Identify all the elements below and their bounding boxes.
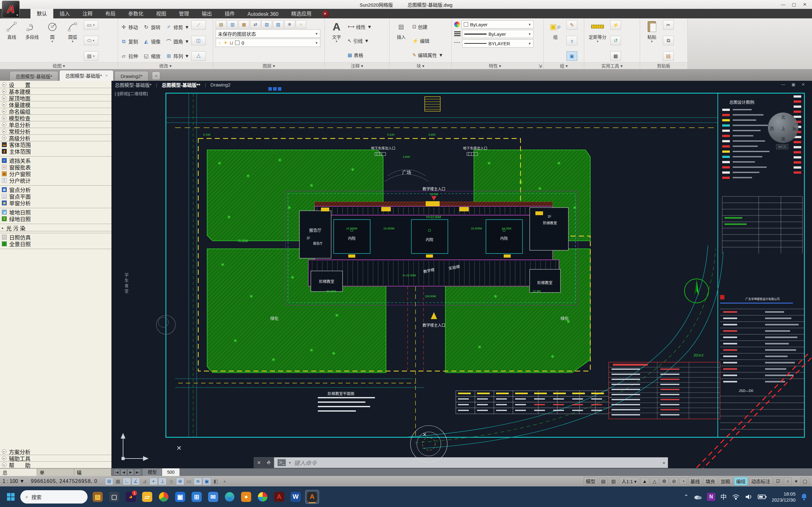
taskbar-app-edge[interactable] bbox=[223, 490, 237, 504]
expand-arrow-icon[interactable]: ▸ bbox=[2, 102, 6, 107]
fillet-button[interactable]: ⌒圆角 ▼ bbox=[165, 35, 189, 48]
panel-label-group[interactable]: 组 ▾ bbox=[544, 62, 584, 69]
wcs-menu[interactable]: WCS bbox=[776, 144, 788, 149]
ribbon-tab-视图[interactable]: 视图 bbox=[150, 8, 172, 18]
layer-properties-icon[interactable]: ▤ bbox=[216, 20, 226, 29]
wrench-icon[interactable]: ⚒ bbox=[265, 459, 272, 466]
toggle-quick-props[interactable]: + bbox=[220, 477, 229, 485]
palette-item-单窗分析[interactable]: ▣单窗分析 bbox=[0, 200, 111, 206]
panel-label-annotate[interactable]: 注释 ▾ bbox=[325, 62, 389, 69]
status-icon-1[interactable]: ▤ bbox=[599, 477, 608, 485]
status-动态标注[interactable]: 动态标注 bbox=[749, 477, 773, 486]
table-button[interactable]: ▦表格 bbox=[348, 52, 372, 58]
toggle-otrack[interactable]: ⊕ bbox=[176, 477, 184, 485]
status-icon-7[interactable]: ⊘ bbox=[670, 477, 678, 485]
status-模型[interactable]: 模型 bbox=[583, 477, 598, 486]
taskbar-app-mail[interactable]: ✉ bbox=[206, 490, 220, 504]
offset-button[interactable]: ⧊ bbox=[191, 51, 206, 61]
toggle-ortho[interactable]: ∟ bbox=[123, 477, 131, 485]
battery-icon[interactable] bbox=[758, 494, 767, 499]
notification-bell-icon[interactable] bbox=[801, 493, 808, 501]
taskbar-app-chrome[interactable] bbox=[157, 490, 171, 504]
linetype-dropdown[interactable]: BYLAYER▼ bbox=[462, 39, 534, 48]
paste-special-button[interactable]: ▤ bbox=[663, 51, 674, 61]
palette-item-分户窗照[interactable]: ▦分户窗照 bbox=[0, 170, 111, 177]
scale-control[interactable]: 1 : 100 ▼ bbox=[3, 478, 24, 484]
status-icon-8[interactable]: ◔ bbox=[679, 477, 687, 485]
onenote-icon[interactable]: N bbox=[707, 493, 715, 501]
layer-state-dropdown[interactable]: 未保存的图层状态▼ bbox=[216, 30, 320, 38]
rotate-button[interactable]: ↻旋转 bbox=[143, 21, 160, 33]
expand-arrow-icon[interactable]: ▸ bbox=[2, 122, 6, 127]
line-button[interactable]: 直线 bbox=[3, 20, 21, 62]
expand-arrow-icon[interactable]: ▸ bbox=[2, 96, 6, 100]
status-填充[interactable]: 填充 bbox=[704, 477, 717, 486]
layer-off-icon[interactable]: ♀ bbox=[296, 20, 306, 29]
volume-icon[interactable] bbox=[745, 494, 753, 500]
ribbon-tab-管理[interactable]: 管理 bbox=[172, 8, 195, 18]
toggle-perp[interactable]: ⊥ bbox=[158, 477, 166, 485]
palette-item-分户统计[interactable]: Σ分户统计 bbox=[0, 177, 111, 184]
layer-match-icon[interactable]: ▥ bbox=[227, 20, 238, 29]
toggle-isodraft[interactable]: ⊿ bbox=[141, 477, 149, 485]
text-button[interactable]: A 文字 ▼ bbox=[327, 20, 346, 62]
toggle-selection-cycling[interactable]: ◧ bbox=[212, 477, 220, 485]
copy-button[interactable]: ⧉复制 bbox=[120, 35, 138, 48]
move-button[interactable]: ✛移动 bbox=[120, 21, 138, 33]
ribbon-tab-插入[interactable]: 插入 bbox=[53, 8, 76, 18]
ribbon-tab-输出[interactable]: 输出 bbox=[195, 8, 218, 18]
ribbon-tab-布局[interactable]: 布局 bbox=[99, 8, 122, 18]
expand-arrow-icon[interactable]: ▸ bbox=[2, 456, 6, 460]
status-icon-14[interactable]: ☑ bbox=[774, 477, 782, 485]
expand-arrow-icon[interactable]: ▾ bbox=[2, 135, 6, 140]
cut-button[interactable]: ✂ bbox=[663, 20, 674, 30]
autocad-app-menu-button[interactable]: A ▼ bbox=[2, 1, 20, 18]
command-expand-icon[interactable]: ◂ bbox=[663, 460, 664, 465]
command-prompt-icon[interactable]: ＞_ bbox=[277, 459, 286, 466]
taskbar-clock[interactable]: 18:05 2023/12/30 bbox=[772, 491, 796, 503]
palette-tab-总[interactable]: 总 bbox=[0, 469, 37, 476]
command-close-icon[interactable]: ✕ bbox=[257, 460, 261, 465]
taskbar-app-autocad-active[interactable]: A bbox=[305, 490, 319, 504]
palette-tab-单[interactable]: 单 bbox=[37, 469, 74, 476]
ribbon-tab-精选应用[interactable]: 精选应用 bbox=[285, 8, 318, 18]
edit-block-button[interactable]: ⚡编辑 bbox=[412, 38, 443, 44]
layout-tab-500[interactable]: 500 bbox=[162, 468, 180, 476]
toggle-grid[interactable]: ▦ bbox=[114, 477, 122, 485]
command-line-grip[interactable]: ✕ ⚒ bbox=[254, 457, 274, 468]
close-tab-icon[interactable]: × bbox=[105, 73, 108, 78]
palette-item-遮挡关系[interactable]: ≠遮挡关系 bbox=[0, 157, 111, 164]
viewcube-west[interactable]: 西 bbox=[770, 125, 774, 131]
command-line[interactable]: ✕ ⚒ ＞_ ▾ 键入命令 ◂ bbox=[254, 457, 668, 468]
canvas-doc-tab-0[interactable]: 总图模型-基础版* bbox=[115, 81, 152, 88]
ribbon-tab-参数化[interactable]: 参数化 bbox=[122, 8, 150, 18]
arc-button[interactable]: 圆弧 ▼ bbox=[63, 20, 82, 62]
viewcube-north[interactable]: 北 bbox=[781, 114, 785, 120]
toggle-dyn-ucs[interactable]: ▭ bbox=[185, 477, 193, 485]
select-similar-button[interactable]: ↺ bbox=[610, 36, 621, 45]
layout-nav-0[interactable]: |◀ bbox=[113, 469, 120, 475]
mirror-button[interactable]: ◭镜像 bbox=[143, 35, 160, 48]
panel-label-block[interactable]: 块 ▾ bbox=[390, 62, 451, 69]
palette-tab-辐[interactable]: 辐 bbox=[74, 469, 111, 476]
layer-isolate-icon[interactable]: ▧ bbox=[261, 20, 272, 29]
palette-item-主体范围[interactable]: ▮主体范围 bbox=[0, 148, 111, 155]
status-icon-2[interactable]: ▥ bbox=[609, 477, 618, 485]
group-button[interactable]: ▣⌕ 组 bbox=[546, 20, 565, 62]
ribbon-tab-插件[interactable]: 插件 bbox=[218, 8, 241, 18]
taskbar-app-app-grid[interactable]: ⊞ bbox=[190, 490, 204, 504]
palette-header-8[interactable]: ▾高级分析 bbox=[0, 135, 111, 141]
panel-label-clipboard[interactable]: 剪贴板 bbox=[640, 62, 687, 69]
status-人1:1 ▾[interactable]: 人1:1 ▾ bbox=[619, 477, 639, 486]
quick-select-button[interactable]: ⚡ bbox=[610, 20, 621, 30]
scale-button[interactable]: ◱缩放 bbox=[143, 50, 160, 62]
file-tab-2[interactable]: Drawing2* bbox=[114, 71, 148, 81]
canvas-doc-tab-1[interactable]: 总图模型-基础版** bbox=[162, 81, 200, 88]
insert-block-button[interactable]: ⧈ 插入 bbox=[392, 20, 410, 62]
object-color-dropdown[interactable]: ByLayer▼ bbox=[461, 20, 534, 29]
layer-unisolate-icon[interactable]: ▨ bbox=[273, 20, 284, 29]
layout-nav-2[interactable]: ▶ bbox=[128, 469, 134, 475]
panel-label-modify[interactable]: 修改 ▾ bbox=[118, 62, 213, 69]
canvas-doc-tab-2[interactable]: Drawing2 bbox=[210, 82, 230, 88]
viewcube[interactable]: 北 南 东 西 上 bbox=[768, 112, 798, 143]
